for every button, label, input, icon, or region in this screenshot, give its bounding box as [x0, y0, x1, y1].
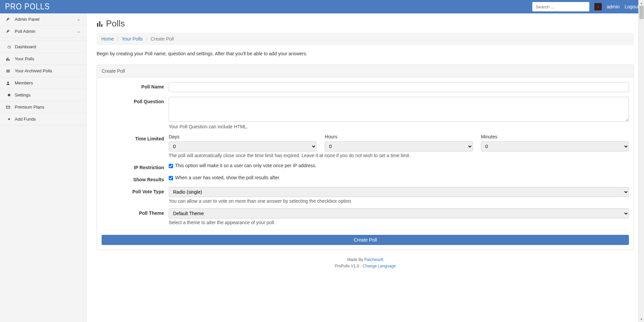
scrollbar-thumb[interactable]	[639, 6, 644, 19]
chevron-down-icon: ⌄	[77, 17, 80, 21]
svg-rect-10	[99, 21, 101, 26]
bars-icon	[97, 20, 103, 27]
svg-rect-5	[6, 72, 10, 72]
label-poll-question: Poll Question	[102, 97, 169, 129]
form-divider	[102, 231, 629, 231]
sidebar: Admin Panel ⌄ Poll Admin ⌄ ◷ Dashboard Y…	[0, 13, 87, 322]
user-icon	[6, 81, 12, 85]
minutes-select[interactable]: 0	[481, 141, 629, 151]
breadcrumb-sep: /	[117, 36, 118, 42]
sidebar-item-label: Members	[15, 80, 33, 85]
create-poll-button[interactable]: Create Poll	[102, 235, 629, 245]
sidebar-divider	[0, 38, 86, 41]
footer-version: ProPolls V1.0 -	[335, 264, 363, 268]
sidebar-item-label: Settings	[15, 92, 31, 98]
footer: Made By Patchesoft ProPolls V1.0 - Chang…	[97, 257, 634, 269]
label-vote-type: Poll Vote Type	[102, 187, 169, 204]
svg-rect-4	[6, 71, 10, 71]
breadcrumb-sep: /	[146, 36, 147, 42]
ip-restriction-checkbox[interactable]	[169, 164, 173, 168]
logout-link[interactable]: Logout	[625, 4, 639, 9]
theme-select[interactable]: Default Theme	[169, 208, 629, 218]
sidebar-item-label: Add Funds	[15, 117, 36, 122]
label-minutes: Minutes	[481, 134, 629, 139]
avatar[interactable]: ●	[594, 3, 602, 10]
sidebar-item-dashboard[interactable]: ◷ Dashboard	[0, 41, 86, 53]
sidebar-group-admin-panel[interactable]: Admin Panel ⌄	[0, 13, 86, 25]
svg-rect-9	[97, 23, 98, 26]
sidebar-item-label: Your Archived Polls	[15, 68, 52, 73]
panel-heading: Create Poll	[97, 65, 634, 77]
archive-icon	[6, 69, 12, 73]
wrench-icon	[6, 17, 12, 21]
svg-rect-3	[6, 70, 10, 70]
sidebar-item-members[interactable]: Members	[0, 77, 86, 89]
show-results-text: When a user has voted, show the poll res…	[175, 175, 280, 180]
main-content: Polls Home / Your Polls / Create Poll Be…	[87, 13, 644, 322]
show-results-checkbox[interactable]	[169, 176, 173, 180]
sidebar-item-add-funds[interactable]: ✦ Add Funds	[0, 113, 86, 125]
label-poll-theme: Poll Theme	[102, 208, 169, 225]
page-title: Polls	[97, 18, 634, 29]
sidebar-group-label: Poll Admin	[15, 29, 35, 34]
sidebar-group-poll-admin[interactable]: Poll Admin ⌄	[0, 25, 86, 38]
breadcrumb-current: Create Poll	[151, 36, 174, 42]
scrollbar[interactable]: ▴ ▾	[638, 0, 644, 322]
ip-restriction-text: This option will make it so a user can o…	[175, 163, 317, 168]
help-vote-type: You can allow a user to vote on more tha…	[169, 198, 629, 204]
sidebar-item-archived-polls[interactable]: Your Archived Polls	[0, 65, 86, 77]
svg-rect-7	[6, 106, 10, 109]
label-time-limited: Time Limited	[102, 134, 169, 158]
label-days: Days	[169, 134, 317, 139]
breadcrumb-home[interactable]: Home	[101, 36, 114, 42]
svg-rect-1	[8, 57, 8, 61]
scroll-down-icon[interactable]: ▾	[639, 316, 644, 322]
user-link[interactable]: admin	[607, 4, 620, 9]
label-hours: Hours	[325, 134, 473, 139]
footer-change-language-link[interactable]: Change Language	[363, 264, 396, 268]
label-show-results: Show Results	[102, 175, 169, 182]
poll-name-input[interactable]	[169, 82, 629, 92]
wrench-icon	[6, 29, 12, 34]
search-input[interactable]	[532, 2, 589, 11]
svg-point-6	[7, 81, 9, 83]
sidebar-item-label: Your Polls	[15, 56, 34, 61]
sidebar-group-label: Admin Panel	[15, 17, 40, 22]
brand-logo: PRO POLLS	[5, 1, 50, 12]
nav-right: ● admin Logout	[532, 2, 639, 11]
sidebar-item-settings[interactable]: ✱ Settings	[0, 89, 86, 101]
help-theme: Select a theme to alter the appearance o…	[169, 220, 629, 225]
svg-rect-2	[9, 59, 9, 61]
footer-patchesoft-link[interactable]: Patchesoft	[364, 257, 383, 262]
clock-icon: ◷	[6, 45, 12, 49]
vote-type-select[interactable]: Radio (single)	[169, 187, 629, 197]
scroll-up-icon[interactable]: ▴	[639, 0, 644, 6]
plus-icon: ✦	[6, 117, 12, 122]
intro-text: Begin by creating your Poll name, questi…	[97, 51, 634, 56]
create-poll-panel: Create Poll Poll Name Poll Question Your…	[97, 65, 634, 250]
label-ip-restriction: IP Restriction	[102, 163, 169, 170]
footer-made-by: Made By	[347, 257, 364, 262]
sidebar-item-your-polls[interactable]: Your Polls	[0, 53, 86, 65]
breadcrumb-your-polls[interactable]: Your Polls	[122, 36, 143, 42]
help-time-limited: The poll will automatically close once t…	[169, 153, 629, 158]
svg-rect-11	[101, 24, 103, 27]
sidebar-item-label: Dashboard	[15, 44, 36, 49]
hours-select[interactable]: 0	[325, 141, 473, 151]
breadcrumb: Home / Your Polls / Create Poll	[97, 33, 634, 45]
card-icon	[6, 105, 12, 109]
poll-question-textarea[interactable]	[169, 97, 629, 122]
page-title-text: Polls	[106, 18, 125, 29]
label-poll-name: Poll Name	[102, 82, 169, 92]
chevron-down-icon: ⌄	[77, 29, 80, 34]
sidebar-item-label: Premium Plans	[15, 105, 44, 110]
bars-icon	[6, 57, 12, 61]
sidebar-item-premium-plans[interactable]: Premium Plans	[0, 101, 86, 113]
help-poll-question: Your Poll Question can include HTML.	[169, 124, 629, 129]
svg-rect-0	[6, 58, 7, 61]
days-select[interactable]: 0	[169, 141, 317, 151]
gear-icon: ✱	[6, 93, 12, 98]
top-navbar: PRO POLLS ● admin Logout	[0, 0, 644, 13]
